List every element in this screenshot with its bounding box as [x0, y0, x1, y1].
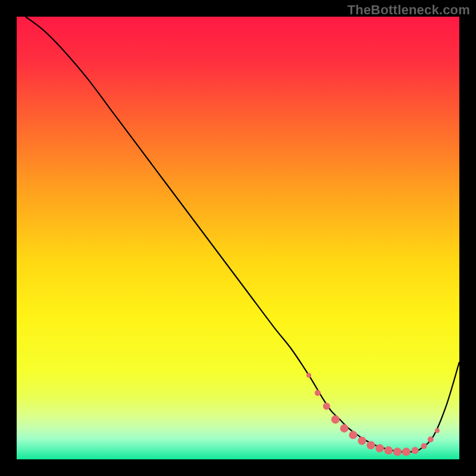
marker-dot	[358, 437, 366, 445]
plot-area	[17, 17, 459, 459]
marker-dot	[306, 373, 311, 378]
chart-svg	[17, 17, 459, 459]
marker-dot	[375, 444, 384, 452]
marker-dot	[315, 390, 321, 396]
marker-dot	[340, 424, 349, 433]
marker-dot	[323, 403, 330, 410]
chart-frame: TheBottleneck.com	[0, 0, 476, 476]
marker-dot	[384, 446, 393, 455]
marker-dot	[421, 443, 427, 449]
marker-dot	[435, 428, 440, 433]
marker-dot	[402, 447, 411, 456]
marker-dot	[331, 415, 340, 424]
gradient-background	[17, 17, 459, 459]
marker-dot	[428, 437, 434, 443]
marker-dot	[393, 447, 402, 456]
marker-dot	[412, 447, 419, 454]
marker-dot	[349, 431, 357, 439]
marker-dot	[367, 441, 375, 449]
watermark-text: TheBottleneck.com	[347, 2, 470, 18]
